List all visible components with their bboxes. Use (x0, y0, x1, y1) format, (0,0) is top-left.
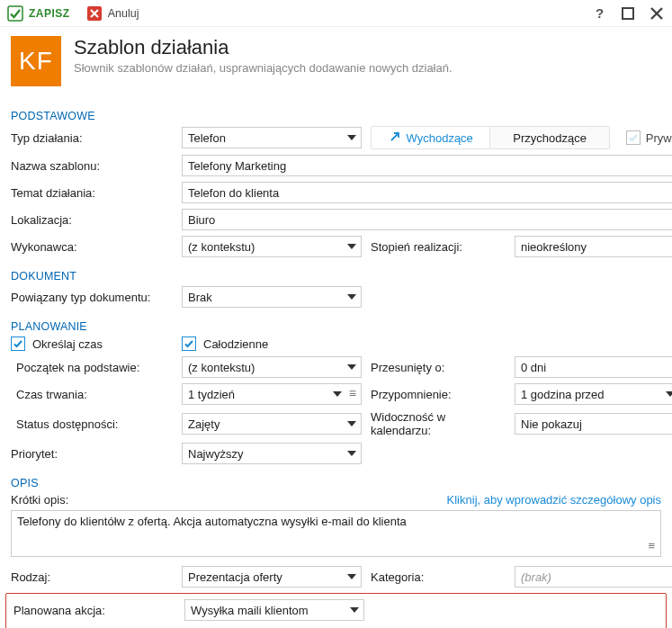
location-input[interactable] (182, 209, 672, 230)
short-desc-label: Krótki opis: (11, 493, 68, 507)
save-button[interactable]: ZAPISZ (29, 7, 70, 20)
define-time-label: Określaj czas (32, 337, 103, 351)
linked-doc-label: Powiązany typ dokumentu: (11, 291, 173, 304)
linked-doc-select[interactable]: Brak (182, 286, 362, 308)
subject-input[interactable] (182, 182, 672, 203)
define-time-checkbox[interactable] (11, 336, 25, 351)
duration-label: Czas trwania: (11, 388, 173, 401)
all-day-checkbox[interactable] (182, 336, 196, 351)
duration-select[interactable]: 1 tydzień (182, 383, 362, 405)
name-label: Nazwa szablonu: (11, 159, 173, 173)
private-checkbox[interactable] (626, 130, 641, 145)
planned-action-select[interactable]: Wysyłka maili klientom (184, 599, 364, 621)
kind-label: Rodzaj: (11, 570, 173, 584)
offset-select[interactable]: 0 dni (515, 356, 672, 378)
section-planning-title: PLANOWANIE (11, 315, 661, 336)
type-select[interactable]: Telefon (182, 127, 362, 148)
progress-label: Stopień realizacji: (371, 240, 506, 254)
module-logo: KF (11, 36, 61, 86)
calendar-visibility-label: Widoczność w kalendarzu: (371, 410, 506, 437)
section-description-title: OPIS (11, 471, 661, 493)
direction-incoming[interactable]: Przychodzące (489, 127, 608, 148)
subject-label: Temat działania: (11, 186, 173, 200)
section-basic-title: PODSTAWOWE (11, 104, 661, 126)
section-document-title: DOKUMENT (11, 265, 661, 286)
details-link[interactable]: Kliknij, aby wprowadzić szczegółowy opis (447, 493, 661, 507)
offset-label: Przesunięty o: (371, 361, 506, 374)
arrow-out-icon (389, 130, 401, 146)
cancel-x-icon[interactable] (86, 5, 103, 22)
reminder-label: Przypomnienie: (371, 388, 506, 401)
priority-select[interactable]: Najwyższy (182, 443, 362, 464)
calendar-visibility-select[interactable]: Nie pokazuj (515, 413, 672, 435)
availability-label: Status dostępności: (11, 417, 173, 431)
location-label: Lokalizacja: (11, 213, 173, 227)
name-input[interactable] (182, 155, 672, 176)
planned-action-label: Planowana akcja: (13, 604, 175, 617)
page-title: Szablon działania (74, 36, 452, 59)
help-icon[interactable]: ? (591, 5, 607, 22)
svg-rect-0 (8, 6, 22, 21)
page-subtitle: Słownik szablonów działań, usprawniający… (74, 61, 452, 75)
maximize-icon[interactable] (620, 5, 636, 22)
category-label: Kategoria: (371, 570, 506, 584)
priority-label: Priorytet: (11, 447, 173, 461)
performer-select[interactable]: (z kontekstu) (182, 236, 362, 257)
progress-select[interactable]: nieokreślony (515, 236, 672, 257)
close-icon[interactable] (649, 5, 665, 22)
private-label: Prywatne (646, 131, 672, 145)
svg-rect-3 (623, 8, 633, 19)
availability-select[interactable]: Zajęty (182, 413, 362, 435)
cancel-button[interactable]: Anuluj (108, 7, 139, 20)
category-input[interactable] (515, 566, 672, 588)
save-check-icon[interactable] (7, 5, 23, 22)
start-basis-select[interactable]: (z kontekstu) (182, 356, 362, 378)
kind-select[interactable]: Prezentacja oferty (182, 566, 362, 588)
svg-text:?: ? (596, 5, 604, 21)
type-label: Typ działania: (11, 131, 173, 145)
performer-label: Wykonawca: (11, 240, 173, 254)
start-basis-label: Początek na podstawie: (11, 361, 173, 374)
description-textarea[interactable]: Telefony do klientółw z ofertą. Akcja au… (11, 510, 661, 557)
all-day-label: Całodzienne (203, 337, 268, 351)
reminder-select[interactable]: 1 godzina przed (515, 383, 672, 405)
direction-outgoing[interactable]: Wychodzące (372, 127, 489, 148)
direction-incoming-label: Przychodzące (513, 131, 587, 145)
direction-outgoing-label: Wychodzące (407, 131, 473, 145)
